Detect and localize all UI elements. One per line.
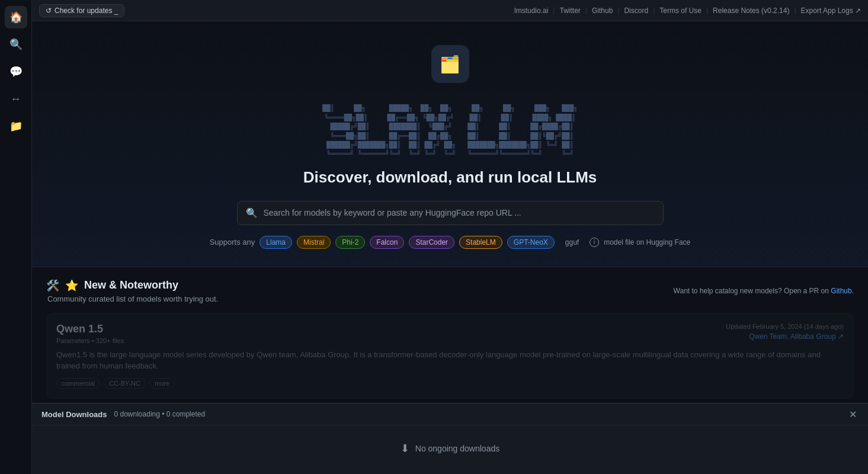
sidebar-item-chat[interactable]: 💬 [5, 60, 27, 83]
hf-label: model file on Hugging Face [604, 238, 690, 246]
noteworthy-github-link[interactable]: Github [831, 287, 851, 295]
tag-gguf: gguf [559, 236, 585, 248]
tag-mistral[interactable]: Mistral [297, 236, 331, 249]
sidebar-item-api[interactable]: ↔ [5, 88, 27, 110]
model-tag[interactable]: CC-BY-NC [104, 378, 146, 389]
tools-icon: 🛠️ [46, 279, 59, 292]
model-downloads-stats: 0 downloading • 0 completed [114, 410, 206, 418]
search-input[interactable] [264, 208, 655, 217]
hero-section: 🗂️ ██║ ██╗ █████╗ ██╗ ██╗ ██╗ ██╗ ███╗ █… [32, 21, 868, 267]
download-icon: ⬇ [401, 442, 409, 455]
noteworthy-header: 🛠️ ⭐ New & Noteworthy Community curated … [46, 279, 854, 303]
hero-title: Discover, download, and run local LLMs [303, 168, 597, 187]
topbar-right: lmstudio.ai | Twitter | Github | Discord… [514, 7, 861, 15]
sidebar-item-files[interactable]: 📁 [5, 115, 27, 137]
supports-row: Supports any Llama Mistral Phi-2 Falcon … [210, 236, 691, 249]
sidebar: 🏠 🔍 💬 ↔ 📁 [0, 0, 32, 474]
model-downloads-title: Model Downloads [41, 410, 107, 419]
model-downloads-header[interactable]: Model Downloads 0 downloading • 0 comple… [32, 403, 868, 425]
model-card-meta: Parameters • 320+ files [56, 337, 124, 344]
noteworthy-section: 🛠️ ⭐ New & Noteworthy Community curated … [32, 267, 868, 303]
ascii-art: ██║ ██╗ █████╗ ██╗ ██╗ ██╗ ██╗ ███╗ ███╗… [322, 95, 577, 159]
tag-gptneox[interactable]: GPT-NeoX [507, 236, 555, 249]
model-downloads-content: ⬇ No ongoing downloads [32, 425, 868, 474]
main-content: ↺ Check for updates _ lmstudio.ai | Twit… [32, 0, 868, 474]
info-icon[interactable]: i [590, 238, 599, 247]
noteworthy-github-prompt: Want to help catalog new models? Open a … [674, 287, 854, 295]
model-card-name: Qwen 1.5 [56, 323, 124, 335]
github-link[interactable]: Github [592, 7, 613, 15]
logo-icon: 🗂️ [440, 55, 460, 74]
model-downloads-left: Model Downloads 0 downloading • 0 comple… [41, 410, 205, 419]
model-card-desc: Qwen1.5 is the large language model seri… [56, 349, 844, 372]
check-updates-label: Check for updates _ [55, 7, 118, 15]
tag-llama[interactable]: Llama [260, 236, 292, 249]
check-updates-button[interactable]: ↺ Check for updates _ [39, 4, 124, 17]
topbar: ↺ Check for updates _ lmstudio.ai | Twit… [32, 0, 868, 21]
model-downloads-close-button[interactable]: ✕ [847, 408, 859, 420]
refresh-icon: ↺ [46, 7, 52, 15]
model-card-updated: Updated February 5, 2024 (14 days ago) [726, 323, 844, 330]
export-logs-link[interactable]: Export App Logs ↗ [801, 7, 861, 15]
model-card-tags: commercial CC-BY-NC more [56, 378, 844, 389]
noteworthy-subtitle: Community curated list of models worth t… [47, 294, 218, 303]
noteworthy-title-text: New & Noteworthy [84, 279, 178, 292]
terms-link[interactable]: Terms of Use [659, 7, 702, 15]
model-tag[interactable]: commercial [56, 378, 100, 389]
topbar-left: ↺ Check for updates _ [39, 4, 124, 17]
release-notes-link[interactable]: Release Notes (v0.2.14) [713, 7, 789, 15]
model-downloads-panel: Model Downloads 0 downloading • 0 comple… [32, 403, 868, 474]
sidebar-item-home[interactable]: 🏠 [5, 6, 27, 28]
model-cards-background: Qwen 1.5 Parameters • 320+ files Updated… [32, 303, 868, 418]
model-card: Qwen 1.5 Parameters • 320+ files Updated… [46, 313, 854, 399]
lmstudio-link[interactable]: lmstudio.ai [514, 7, 548, 15]
github-prompt-text: Want to help catalog new models? Open a … [674, 287, 831, 295]
search-bar: 🔍 [237, 201, 664, 225]
tag-stablelm[interactable]: StableLM [459, 236, 502, 249]
discord-link[interactable]: Discord [624, 7, 648, 15]
tag-phi[interactable]: Phi-2 [335, 236, 365, 249]
star-icon: ⭐ [65, 279, 78, 292]
tag-falcon[interactable]: Falcon [370, 236, 404, 249]
no-downloads-message: ⬇ No ongoing downloads [41, 433, 859, 465]
no-downloads-label: No ongoing downloads [415, 444, 499, 453]
noteworthy-title: 🛠️ ⭐ New & Noteworthy [46, 279, 218, 292]
search-icon: 🔍 [246, 207, 258, 219]
app-logo: 🗂️ [431, 45, 469, 83]
model-card-author: Qwen Team, Alibaba Group ↗ [726, 332, 844, 341]
model-tag[interactable]: more [149, 378, 175, 389]
sidebar-item-search[interactable]: 🔍 [5, 33, 27, 56]
github-suffix: . [852, 287, 854, 295]
twitter-link[interactable]: Twitter [559, 7, 580, 15]
noteworthy-title-block: 🛠️ ⭐ New & Noteworthy Community curated … [46, 279, 218, 303]
supports-label: Supports any [210, 238, 255, 246]
tag-starcoder[interactable]: StarCoder [409, 236, 454, 249]
